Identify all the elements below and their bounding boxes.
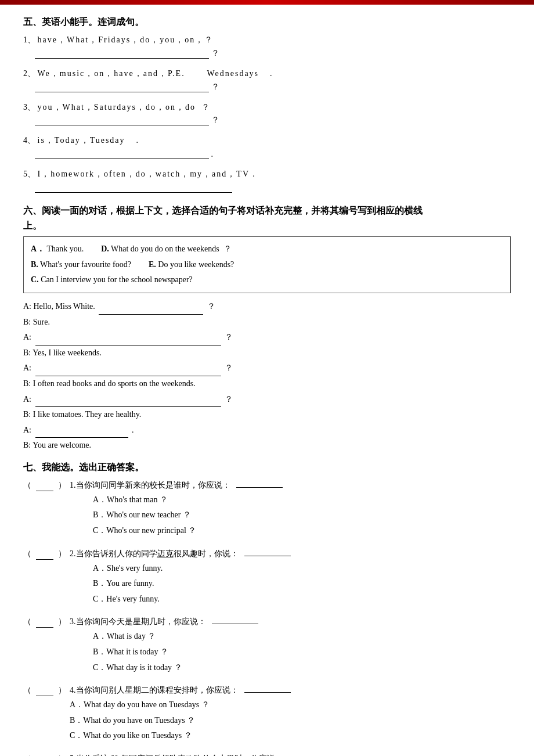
choice-q4-options: A．What day do you have on Tuesdays ？ B．W… — [70, 697, 511, 744]
speaker-A5: A: — [23, 426, 31, 434]
choice-q4-answer[interactable] — [244, 682, 291, 693]
top-border — [0, 0, 534, 5]
options-row1: A． Thank you. D. What do you do on the w… — [31, 242, 503, 257]
q5-3-blank[interactable] — [35, 115, 209, 125]
q5-1-blank[interactable] — [35, 48, 209, 59]
dialog-line-5: A: ？ — [23, 361, 511, 376]
q5-3-num: 3、 — [23, 103, 35, 111]
choice-q4-paren-close: ） — [58, 685, 66, 696]
section6-container: 六、阅读一面的对话，根据上下文，选择合适的句子将对话补充完整，并将其编号写到相应… — [23, 203, 511, 453]
option-C: C. Can I interview you for the school ne… — [31, 272, 193, 288]
choice-q2-optB: B．You are funny. — [93, 576, 511, 592]
dialog-line-2: B: Sure. — [23, 315, 511, 330]
dialog-line-10: B: You are welcome. — [23, 438, 511, 453]
dialog-block: A: Hello, Miss White. ？ B: Sure. A: ？ B:… — [23, 299, 511, 453]
dialog-suffix-1: ？ — [207, 302, 215, 311]
choice-q3-paren-open: （ — [23, 617, 31, 627]
speaker-B5: B: You are welcome. — [23, 441, 91, 449]
q5-3-block: 3、 you，What，Saturdays，do，on，do ？ ？ — [23, 100, 511, 126]
q5-5-blank[interactable] — [35, 182, 232, 193]
options-row2: B. What's your favourite food? E. Do you… — [31, 257, 503, 273]
q5-4-block: 4、 is，Today，Tuesday . . — [23, 134, 511, 159]
choice-q1-paren-close: ） — [58, 480, 66, 491]
choice-q1-options: A．Who's that man ？ B．Who's our new teach… — [93, 492, 511, 539]
q5-2-blank[interactable] — [35, 82, 209, 92]
q5-5-num: 5、 — [23, 170, 35, 178]
choice-q1-answer[interactable] — [236, 477, 283, 488]
dialog-blank-2[interactable] — [35, 335, 221, 345]
dialog-blank-3[interactable] — [35, 366, 221, 376]
choice-q1-header: （ ） 1.当你询问同学新来的校长是谁时，你应说： — [23, 477, 511, 491]
choice-q3-optC: C．What day is it today ？ — [93, 660, 511, 676]
choice-q5-answer[interactable] — [289, 751, 335, 756]
dialog-line-9: A: . — [23, 423, 511, 438]
choice-q3-answer[interactable] — [212, 614, 258, 624]
choice-q2-answer[interactable] — [244, 546, 291, 556]
q5-4-answer: . — [23, 149, 511, 159]
choice-q2-blank[interactable] — [36, 549, 53, 560]
speaker-A4: A: — [23, 395, 31, 404]
choice-q4-blank[interactable] — [36, 686, 53, 696]
choice-q2-header: （ ） 2.当你告诉别人你的同学迈克很风趣时，你说： — [23, 546, 511, 560]
dialog-blank-1[interactable] — [99, 304, 203, 315]
choice-q3-options: A．What is day ？ B．What it is today ？ C．W… — [93, 629, 511, 675]
choice-q5-paren-open: （ — [23, 754, 31, 756]
q5-4-line: 4、 is，Today，Tuesday . — [23, 134, 511, 147]
choice-q2-optC: C．He's very funny. — [93, 592, 511, 607]
q5-1-answer: ？ — [23, 48, 511, 59]
choice-q3-optA: A．What is day ？ — [93, 629, 511, 645]
speaker-B4: B: I like tomatoes. They are healthy. — [23, 410, 141, 419]
choice-q1-paren-open: （ — [23, 480, 31, 491]
q5-1-line: 1、 have，What，Fridays，do，you，on，？ — [23, 33, 511, 47]
section5-title: 五、英语小能手。连词成句。 — [23, 16, 511, 28]
option-A-text: Thank you. — [46, 244, 84, 253]
q5-4-blank[interactable] — [35, 149, 209, 159]
option-A: A． Thank you. — [31, 242, 84, 257]
q5-2-suffix: ？ — [211, 82, 219, 91]
choice-q2-num: 2.当你告诉别人你的同学迈克很风趣时，你说： — [70, 549, 239, 559]
dialog-suffix-3: ？ — [225, 363, 233, 372]
page-wrapper: 五、英语小能手。连词成句。 1、 have，What，Fridays，do，yo… — [0, 0, 534, 756]
q5-4-suffix: . — [211, 150, 214, 159]
speaker-B1: B: Sure. — [23, 318, 50, 326]
option-C-label: C. — [31, 275, 39, 284]
section6-title: 六、阅读一面的对话，根据上下文，选择合适的句子将对话补充完整，并将其编号写到相应… — [23, 203, 511, 233]
option-C-text: Can I interview you for the school newsp… — [41, 275, 193, 284]
choice-q4-num: 4.当你询问别人星期二的课程安排时，你应说： — [70, 685, 239, 696]
q5-5-answer — [23, 182, 511, 193]
dialog-line-4: B: Yes, I like weekends. — [23, 345, 511, 361]
option-A-label: A． — [31, 244, 45, 253]
options-box: A． Thank you. D. What do you do on the w… — [23, 236, 511, 293]
dialog-blank-4[interactable] — [35, 397, 221, 407]
q5-4-words: is，Today，Tuesday . — [38, 136, 140, 145]
option-D-text: What do you do on the weekends ？ — [111, 244, 232, 253]
choice-q3-blank[interactable] — [36, 617, 53, 628]
choice-q1-num: 1.当你询问同学新来的校长是谁时，你应说： — [70, 480, 230, 491]
option-E: E. Do you like weekends? — [149, 257, 234, 273]
choice-q5-paren-close: ） — [58, 754, 66, 756]
choice-q1-optC: C．Who's our new principal ？ — [93, 523, 511, 539]
q5-3-suffix: ？ — [211, 116, 219, 124]
dialog-line-1: A: Hello, Miss White. ？ — [23, 299, 511, 315]
q5-1-block: 1、 have，What，Fridays，do，you，on，？ ？ — [23, 33, 511, 59]
choice-q4-optA: A．What day do you have on Tuesdays ？ — [70, 697, 511, 713]
q5-1-suffix: ？ — [211, 49, 219, 57]
option-D-label: D. — [101, 244, 109, 253]
choice-q1: （ ） 1.当你询问同学新来的校长是谁时，你应说： A．Who's that m… — [23, 477, 511, 539]
option-B-label: B. — [31, 260, 38, 269]
speaker-B2: B: Yes, I like weekends. — [23, 348, 102, 357]
dialog-suffix-4: ？ — [225, 395, 233, 404]
q5-1-num: 1、 — [23, 35, 35, 44]
choice-q2: （ ） 2.当你告诉别人你的同学迈克很风趣时，你说： A．She's very … — [23, 546, 511, 607]
choice-q4-optC: C．What do you like on Tuesdays ？ — [70, 728, 511, 744]
choice-q5-num: 5.当你采访 60 年国庆阅兵领队喜欢吃什么水果时，你应说： — [70, 754, 283, 756]
choice-q5: （ ） 5.当你采访 60 年国庆阅兵领队喜欢吃什么水果时，你应说： A．Wha… — [23, 751, 511, 756]
q5-3-words: you，What，Saturdays，do，on，do ？ — [38, 103, 211, 111]
q5-4-num: 4、 — [23, 136, 35, 145]
dialog-blank-5[interactable] — [35, 427, 128, 438]
speaker-A1: A: Hello, Miss White. — [23, 302, 95, 311]
choice-q4: （ ） 4.当你询问别人星期二的课程安排时，你应说： A．What day do… — [23, 682, 511, 744]
choice-q1-blank[interactable] — [36, 481, 53, 491]
q5-3-answer: ？ — [23, 115, 511, 125]
choice-q1-optA: A．Who's that man ？ — [93, 492, 511, 508]
